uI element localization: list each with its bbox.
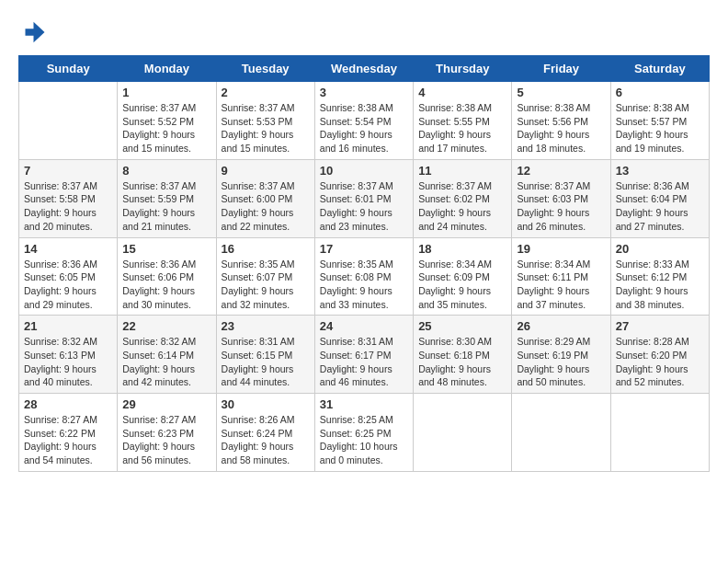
calendar-cell [414,394,512,472]
weekday-header-tuesday: Tuesday [216,56,314,82]
calendar-cell: 17Sunrise: 8:35 AM Sunset: 6:08 PM Dayli… [314,237,413,316]
logo [18,18,50,46]
day-number: 8 [122,164,210,178]
calendar-table: SundayMondayTuesdayWednesdayThursdayFrid… [18,55,710,472]
calendar-cell: 6Sunrise: 8:38 AM Sunset: 5:57 PM Daylig… [610,82,709,160]
day-number: 4 [418,86,506,99]
cell-info: Sunrise: 8:37 AM Sunset: 6:01 PM Dayligh… [320,179,408,234]
weekday-header-saturday: Saturday [610,56,709,82]
cell-info: Sunrise: 8:32 AM Sunset: 6:14 PM Dayligh… [122,335,210,389]
day-number: 15 [122,242,210,256]
day-number: 2 [222,86,310,99]
cell-info: Sunrise: 8:37 AM Sunset: 5:53 PM Dayligh… [222,101,310,155]
calendar-cell: 5Sunrise: 8:38 AM Sunset: 5:56 PM Daylig… [512,82,610,160]
weekday-header-wednesday: Wednesday [314,56,413,82]
cell-info: Sunrise: 8:34 AM Sunset: 6:09 PM Dayligh… [418,258,506,312]
calendar-body: 1Sunrise: 8:37 AM Sunset: 5:52 PM Daylig… [19,82,710,472]
calendar-cell: 31Sunrise: 8:25 AM Sunset: 6:25 PM Dayli… [314,394,413,472]
day-number: 7 [24,164,112,178]
calendar-cell: 18Sunrise: 8:34 AM Sunset: 6:09 PM Dayli… [414,237,512,316]
calendar-week-row: 21Sunrise: 8:32 AM Sunset: 6:13 PM Dayli… [19,316,710,394]
calendar-week-row: 14Sunrise: 8:36 AM Sunset: 6:05 PM Dayli… [19,237,710,316]
day-number: 9 [222,164,310,178]
day-number: 11 [418,164,506,178]
page-header [18,18,710,46]
calendar-cell: 28Sunrise: 8:27 AM Sunset: 6:22 PM Dayli… [19,394,118,472]
cell-info: Sunrise: 8:27 AM Sunset: 6:22 PM Dayligh… [24,413,112,467]
calendar-week-row: 28Sunrise: 8:27 AM Sunset: 6:22 PM Dayli… [19,394,710,472]
calendar-cell: 11Sunrise: 8:37 AM Sunset: 6:02 PM Dayli… [414,159,512,237]
calendar-cell [512,394,610,472]
cell-info: Sunrise: 8:25 AM Sunset: 6:25 PM Dayligh… [320,413,408,467]
calendar-cell [19,82,118,160]
calendar-cell: 7Sunrise: 8:37 AM Sunset: 5:58 PM Daylig… [19,159,118,237]
day-number: 5 [517,86,605,99]
logo-icon [18,18,46,46]
calendar-cell: 21Sunrise: 8:32 AM Sunset: 6:13 PM Dayli… [19,316,118,394]
cell-info: Sunrise: 8:38 AM Sunset: 5:56 PM Dayligh… [517,101,605,155]
cell-info: Sunrise: 8:35 AM Sunset: 6:07 PM Dayligh… [222,258,310,312]
day-number: 13 [616,164,704,178]
cell-info: Sunrise: 8:31 AM Sunset: 6:17 PM Dayligh… [320,335,408,389]
calendar-cell: 27Sunrise: 8:28 AM Sunset: 6:20 PM Dayli… [610,316,709,394]
calendar-cell: 20Sunrise: 8:33 AM Sunset: 6:12 PM Dayli… [610,237,709,316]
calendar-cell: 8Sunrise: 8:37 AM Sunset: 5:59 PM Daylig… [118,159,216,237]
cell-info: Sunrise: 8:37 AM Sunset: 5:52 PM Dayligh… [122,101,210,155]
cell-info: Sunrise: 8:33 AM Sunset: 6:12 PM Dayligh… [616,258,704,312]
cell-info: Sunrise: 8:30 AM Sunset: 6:18 PM Dayligh… [418,335,506,389]
calendar-cell: 10Sunrise: 8:37 AM Sunset: 6:01 PM Dayli… [314,159,413,237]
day-number: 16 [222,242,310,256]
day-number: 31 [320,397,408,411]
day-number: 21 [24,319,112,333]
day-number: 1 [122,86,210,99]
calendar-cell: 29Sunrise: 8:27 AM Sunset: 6:23 PM Dayli… [118,394,216,472]
svg-marker-0 [26,22,45,43]
calendar-week-row: 1Sunrise: 8:37 AM Sunset: 5:52 PM Daylig… [19,82,710,160]
day-number: 28 [24,397,112,411]
weekday-header-friday: Friday [512,56,610,82]
day-number: 18 [418,242,506,256]
day-number: 3 [320,86,408,99]
calendar-cell: 23Sunrise: 8:31 AM Sunset: 6:15 PM Dayli… [216,316,314,394]
cell-info: Sunrise: 8:37 AM Sunset: 5:59 PM Dayligh… [122,179,210,234]
day-number: 24 [320,319,408,333]
weekday-header-sunday: Sunday [19,56,118,82]
calendar-cell: 16Sunrise: 8:35 AM Sunset: 6:07 PM Dayli… [216,237,314,316]
calendar-cell: 22Sunrise: 8:32 AM Sunset: 6:14 PM Dayli… [118,316,216,394]
cell-info: Sunrise: 8:29 AM Sunset: 6:19 PM Dayligh… [517,335,605,389]
cell-info: Sunrise: 8:36 AM Sunset: 6:06 PM Dayligh… [122,258,210,312]
day-number: 17 [320,242,408,256]
calendar-cell: 9Sunrise: 8:37 AM Sunset: 6:00 PM Daylig… [216,159,314,237]
calendar-cell: 30Sunrise: 8:26 AM Sunset: 6:24 PM Dayli… [216,394,314,472]
calendar-cell: 15Sunrise: 8:36 AM Sunset: 6:06 PM Dayli… [118,237,216,316]
day-number: 14 [24,242,112,256]
cell-info: Sunrise: 8:38 AM Sunset: 5:55 PM Dayligh… [418,101,506,155]
day-number: 20 [616,242,704,256]
day-number: 6 [616,86,704,99]
day-number: 27 [616,319,704,333]
cell-info: Sunrise: 8:35 AM Sunset: 6:08 PM Dayligh… [320,258,408,312]
calendar-cell: 1Sunrise: 8:37 AM Sunset: 5:52 PM Daylig… [118,82,216,160]
cell-info: Sunrise: 8:38 AM Sunset: 5:54 PM Dayligh… [320,101,408,155]
cell-info: Sunrise: 8:28 AM Sunset: 6:20 PM Dayligh… [616,335,704,389]
calendar-cell: 25Sunrise: 8:30 AM Sunset: 6:18 PM Dayli… [414,316,512,394]
cell-info: Sunrise: 8:34 AM Sunset: 6:11 PM Dayligh… [517,258,605,312]
day-number: 25 [418,319,506,333]
cell-info: Sunrise: 8:32 AM Sunset: 6:13 PM Dayligh… [24,335,112,389]
day-number: 23 [222,319,310,333]
cell-info: Sunrise: 8:38 AM Sunset: 5:57 PM Dayligh… [616,101,704,155]
cell-info: Sunrise: 8:37 AM Sunset: 5:58 PM Dayligh… [24,179,112,234]
calendar-cell: 14Sunrise: 8:36 AM Sunset: 6:05 PM Dayli… [19,237,118,316]
day-number: 19 [517,242,605,256]
day-number: 26 [517,319,605,333]
calendar-cell [610,394,709,472]
day-number: 22 [122,319,210,333]
cell-info: Sunrise: 8:31 AM Sunset: 6:15 PM Dayligh… [222,335,310,389]
calendar-cell: 13Sunrise: 8:36 AM Sunset: 6:04 PM Dayli… [610,159,709,237]
cell-info: Sunrise: 8:37 AM Sunset: 6:03 PM Dayligh… [517,179,605,234]
day-number: 29 [122,397,210,411]
day-number: 30 [222,397,310,411]
calendar-cell: 19Sunrise: 8:34 AM Sunset: 6:11 PM Dayli… [512,237,610,316]
calendar-week-row: 7Sunrise: 8:37 AM Sunset: 5:58 PM Daylig… [19,159,710,237]
calendar-cell: 2Sunrise: 8:37 AM Sunset: 5:53 PM Daylig… [216,82,314,160]
